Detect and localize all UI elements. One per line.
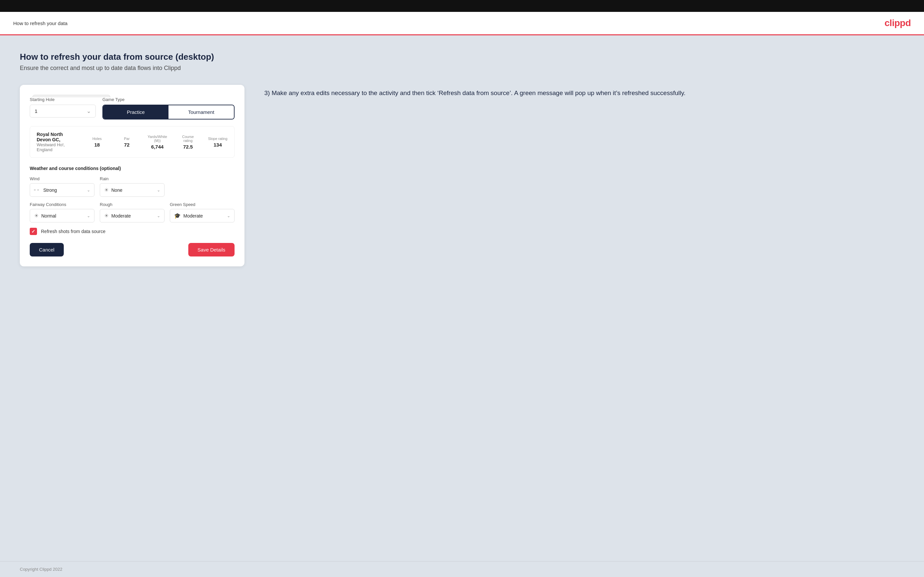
game-type-label: Game Type [102,97,234,102]
green-speed-label: Green Speed [170,202,234,207]
wind-icon: ╴╴ [34,187,40,193]
conditions-section-label: Weather and course conditions (optional) [30,166,234,171]
header: How to refresh your data clippd [0,12,924,35]
refresh-checkbox[interactable] [30,228,37,235]
rain-spacer [170,176,234,197]
green-speed-select[interactable]: Moderate Slow Fast [183,213,224,219]
tournament-button[interactable]: Tournament [168,105,234,119]
wind-arrow-icon: ⌄ [87,188,90,192]
wind-label: Wind [30,176,94,181]
page-subtitle: Ensure the correct and most up to date d… [20,65,904,72]
fairway-group: Fairway Conditions ☀ Normal Soft Hard ⌄ [30,202,94,222]
fairway-label: Fairway Conditions [30,202,94,207]
refresh-checkbox-row: Refresh shots from data source [30,228,234,235]
fairway-arrow-icon: ⌄ [87,214,90,218]
side-text: 3) Make any extra edits necessary to the… [264,85,904,98]
course-info-box: Royal North Devon GC, Westward Ho!, Engl… [30,126,234,158]
cancel-button[interactable]: Cancel [30,243,64,256]
side-description: 3) Make any extra edits necessary to the… [264,88,904,98]
wind-group: Wind ╴╴ Strong None Light Moderate ⌄ [30,176,94,197]
starting-hole-label: Starting Hole [30,97,96,102]
starting-hole-group: Starting Hole 1 2 10 ⌄ [30,97,96,119]
course-par: Par 72 [117,137,137,148]
game-type-group: Game Type Practice Tournament [102,97,234,119]
footer: Copyright Clippd 2022 [0,561,924,577]
wind-select-wrapper[interactable]: ╴╴ Strong None Light Moderate ⌄ [30,183,94,197]
rough-icon: ☀ [104,213,109,219]
rough-group: Rough ☀ Moderate Light Heavy ⌄ [100,202,165,222]
fairway-rough-green-row: Fairway Conditions ☀ Normal Soft Hard ⌄ … [30,202,234,222]
fairway-select-wrapper[interactable]: ☀ Normal Soft Hard ⌄ [30,209,94,222]
rough-arrow-icon: ⌄ [157,214,160,218]
course-yards: Yards/White (M)) 6,744 [147,135,168,150]
rain-label: Rain [100,176,165,181]
course-name: Royal North Devon GC, [37,132,77,142]
main-content: How to refresh your data from source (de… [0,35,924,561]
green-speed-icon: 🎓 [174,213,181,219]
wind-select[interactable]: Strong None Light Moderate [43,187,84,193]
rain-group: Rain ☀ None Light Heavy ⌄ [100,176,165,197]
logo: clippd [885,18,911,28]
content-row: Starting Hole 1 2 10 ⌄ Game Type Practic… [20,85,904,266]
form-actions: Cancel Save Details [30,243,234,256]
green-speed-arrow-icon: ⌄ [227,214,230,218]
starting-hole-select-wrapper[interactable]: 1 2 10 ⌄ [30,105,96,118]
page-title: How to refresh your data from source (de… [20,52,904,62]
rain-arrow-icon: ⌄ [157,188,160,192]
copyright: Copyright Clippd 2022 [20,567,63,572]
game-type-buttons: Practice Tournament [102,105,234,119]
green-speed-select-wrapper[interactable]: 🎓 Moderate Slow Fast ⌄ [170,209,234,222]
starting-hole-select[interactable]: 1 2 10 [35,108,91,114]
refresh-checkbox-label: Refresh shots from data source [41,229,105,234]
fairway-icon: ☀ [34,213,39,219]
rain-icon: ☀ [104,187,109,193]
wind-rain-row: Wind ╴╴ Strong None Light Moderate ⌄ Rai… [30,176,234,197]
rough-select[interactable]: Moderate Light Heavy [111,213,154,219]
rough-label: Rough [100,202,165,207]
rain-select[interactable]: None Light Heavy [111,187,154,193]
course-rating: Course rating 72.5 [178,135,198,150]
slope-rating: Slope rating 134 [208,137,228,148]
header-title: How to refresh your data [13,21,68,26]
practice-button[interactable]: Practice [103,105,168,119]
fairway-select[interactable]: Normal Soft Hard [41,213,84,219]
course-location: Westward Ho!, England [37,142,77,152]
course-name-location: Royal North Devon GC, Westward Ho!, Engl… [37,132,77,152]
rough-select-wrapper[interactable]: ☀ Moderate Light Heavy ⌄ [100,209,165,222]
form-panel: Starting Hole 1 2 10 ⌄ Game Type Practic… [20,85,244,266]
course-holes: Holes 18 [87,137,107,148]
save-button[interactable]: Save Details [188,243,234,256]
green-speed-group: Green Speed 🎓 Moderate Slow Fast ⌄ [170,202,234,222]
starting-hole-game-type-row: Starting Hole 1 2 10 ⌄ Game Type Practic… [30,97,234,119]
rain-select-wrapper[interactable]: ☀ None Light Heavy ⌄ [100,183,165,197]
top-bar [0,0,924,12]
